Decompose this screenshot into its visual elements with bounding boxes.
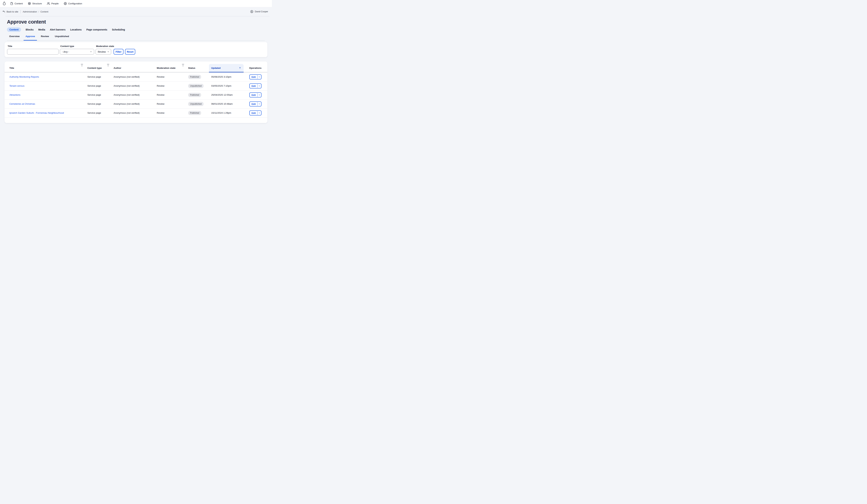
back-to-site-link[interactable]: Back to site: [2, 10, 18, 13]
row-title-link[interactable]: Authority Monitoring Reports: [9, 76, 39, 78]
column-header-updated: Updated: [211, 67, 221, 69]
edit-split-button: Edit: [249, 101, 261, 106]
row-title-link[interactable]: Attractions: [9, 94, 20, 96]
edit-dropdown-toggle[interactable]: [257, 102, 261, 106]
secondary-tabs: Overview Approve Review Unpublished: [7, 34, 265, 41]
account-menu[interactable]: David Cooper: [250, 10, 268, 13]
breadcrumb: Administration / Content: [23, 10, 49, 13]
tab-alert-banners[interactable]: Alert banners: [50, 28, 66, 32]
edit-dropdown-toggle[interactable]: [257, 111, 261, 115]
gear-icon: [64, 2, 67, 5]
status-badge: Published: [188, 111, 201, 115]
reset-button[interactable]: Reset: [125, 49, 135, 55]
toolbar-item-people[interactable]: People: [47, 2, 58, 5]
tab-locations[interactable]: Locations: [70, 28, 82, 32]
row-author: Anonymous (not verified): [114, 108, 140, 117]
content-table: Title Content type Author Moderation sta…: [4, 62, 267, 123]
row-content-type: Service page: [87, 108, 101, 117]
row-author: Anonymous (not verified): [114, 81, 140, 90]
edit-button[interactable]: Edit: [250, 75, 257, 79]
row-moderation-state: Review: [157, 90, 164, 99]
sort-lines-icon[interactable]: [81, 64, 83, 72]
breadcrumb-item-content[interactable]: Content: [40, 10, 49, 13]
table-row: Authority Monitoring Reports Service pag…: [4, 73, 267, 81]
filter-moderation-state-label: Moderation state: [96, 45, 114, 47]
tab-page-components[interactable]: Page components: [86, 28, 107, 32]
toolbar-item-content[interactable]: Content: [10, 2, 23, 5]
status-badge: Unpublished: [188, 84, 204, 88]
chevron-down-icon: [258, 94, 260, 96]
people-icon: [47, 2, 50, 5]
filter-title-label: Title: [8, 45, 12, 47]
edit-split-button: Edit: [249, 110, 261, 116]
column-header-updated-sorted[interactable]: Updated: [209, 64, 244, 73]
edit-dropdown-toggle[interactable]: [257, 75, 261, 79]
filter-button[interactable]: Filter: [114, 49, 124, 55]
column-header-moderation-state[interactable]: Moderation state: [157, 67, 175, 69]
account-name: David Cooper: [255, 10, 268, 13]
chevron-down-icon: [90, 51, 92, 53]
column-header-content-type[interactable]: Content type: [87, 67, 102, 69]
column-header-operations: Operations: [249, 67, 261, 69]
edit-button[interactable]: Edit: [250, 102, 257, 106]
edit-dropdown-toggle[interactable]: [257, 84, 261, 88]
row-title-link[interactable]: Tenant census: [9, 85, 24, 87]
edit-dropdown-toggle[interactable]: [257, 93, 261, 97]
admin-toolbar: Content Structure People Configuration: [0, 0, 272, 7]
filter-moderation-state-select[interactable]: Review: [96, 49, 111, 55]
subtab-approve[interactable]: Approve: [24, 34, 37, 41]
edit-button[interactable]: Edit: [250, 111, 257, 115]
column-header-status[interactable]: Status: [188, 67, 195, 69]
breadcrumb-item-administration[interactable]: Administration: [23, 10, 37, 13]
moderation-state-selected-value: Review: [98, 51, 106, 53]
subtab-review[interactable]: Review: [39, 34, 51, 41]
toolbar-item-label: Content: [14, 2, 23, 5]
status-badge: Unpublished: [188, 102, 204, 106]
page-title: Approve content: [7, 19, 265, 25]
table-header-row: Title Content type Author Moderation sta…: [4, 62, 267, 73]
breadcrumb-separator: /: [39, 10, 39, 13]
tab-blocks[interactable]: Blocks: [26, 28, 34, 32]
row-moderation-state: Review: [157, 73, 164, 81]
chevron-down-icon: [258, 112, 260, 114]
tab-content[interactable]: Content: [7, 28, 21, 32]
filter-panel: Title Content type Moderation state - An…: [4, 42, 267, 57]
subtab-unpublished[interactable]: Unpublished: [53, 34, 71, 41]
chevron-down-icon: [258, 85, 260, 87]
tab-scheduling[interactable]: Scheduling: [112, 28, 125, 32]
row-author: Anonymous (not verified): [114, 73, 140, 81]
row-updated: 03/05/2025 7:10pm: [211, 81, 231, 90]
filter-content-type-select[interactable]: - Any -: [60, 49, 94, 55]
sort-lines-icon[interactable]: [182, 64, 184, 72]
tab-media[interactable]: Media: [38, 28, 45, 32]
edit-button[interactable]: Edit: [250, 84, 257, 88]
table-row: Attractions Service page Anonymous (not …: [4, 90, 267, 99]
edit-button[interactable]: Edit: [250, 93, 257, 97]
column-header-author[interactable]: Author: [114, 67, 121, 69]
column-header-title[interactable]: Title: [9, 67, 14, 69]
main-content: Approve content Content Blocks Media Ale…: [0, 19, 272, 123]
toolbar-item-label: People: [51, 2, 58, 5]
subtab-overview[interactable]: Overview: [7, 34, 21, 41]
chevron-down-icon: [258, 76, 260, 78]
primary-tabs: Content Blocks Media Alert banners Locat…: [7, 28, 265, 32]
row-moderation-state: Review: [157, 108, 164, 117]
filter-title-input[interactable]: [7, 49, 58, 55]
row-title-link[interactable]: Ipswich Garden Suburb - Fonnereau Neighb…: [9, 112, 64, 114]
row-updated: 05/06/2025 3:10pm: [211, 73, 231, 81]
filter-content-type-label: Content type: [60, 45, 74, 47]
toolbar-item-structure[interactable]: Structure: [28, 2, 42, 5]
drupal-drop-logo-icon[interactable]: [2, 1, 6, 6]
toolbar-item-configuration[interactable]: Configuration: [64, 2, 82, 5]
edit-split-button: Edit: [249, 83, 261, 88]
row-updated: 15/11/2024 1:29pm: [211, 108, 231, 117]
status-badge: Published: [188, 93, 201, 97]
sort-lines-icon[interactable]: [107, 64, 109, 72]
row-title-link[interactable]: Cemeteries at Christmas: [9, 102, 35, 105]
status-badge: Published: [188, 75, 201, 79]
table-row: Tenant census Service page Anonymous (no…: [4, 81, 267, 90]
document-icon: [10, 2, 13, 5]
row-updated: 25/04/2025 12:00am: [211, 90, 233, 99]
breadcrumb-divider: [20, 10, 21, 13]
row-updated: 06/01/2025 10:48am: [211, 99, 233, 108]
